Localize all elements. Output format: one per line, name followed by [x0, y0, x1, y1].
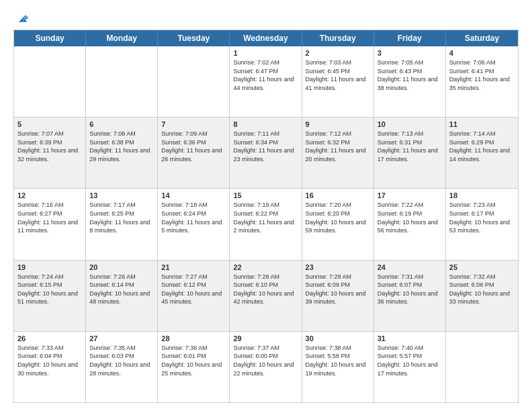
- calendar-body: 1Sunrise: 7:02 AM Sunset: 6:47 PM Daylig…: [14, 46, 518, 402]
- calendar-cell: 16Sunrise: 7:20 AM Sunset: 6:20 PM Dayli…: [302, 189, 374, 259]
- calendar-cell: 11Sunrise: 7:14 AM Sunset: 6:29 PM Dayli…: [446, 118, 518, 188]
- day-info: Sunrise: 7:17 AM Sunset: 6:25 PM Dayligh…: [89, 201, 154, 234]
- day-number: 25: [449, 263, 515, 271]
- calendar-cell: 30Sunrise: 7:38 AM Sunset: 5:58 PM Dayli…: [302, 332, 374, 402]
- day-number: 8: [233, 120, 298, 128]
- day-number: 4: [449, 49, 515, 57]
- calendar-cell: 10Sunrise: 7:13 AM Sunset: 6:31 PM Dayli…: [374, 118, 446, 188]
- day-info: Sunrise: 7:32 AM Sunset: 6:06 PM Dayligh…: [449, 273, 515, 306]
- calendar-cell: 14Sunrise: 7:18 AM Sunset: 6:24 PM Dayli…: [158, 189, 230, 259]
- calendar-cell: 9Sunrise: 7:12 AM Sunset: 6:32 PM Daylig…: [302, 118, 374, 188]
- day-number: 2: [306, 49, 370, 57]
- calendar-cell: 20Sunrise: 7:26 AM Sunset: 6:14 PM Dayli…: [86, 261, 158, 331]
- day-info: Sunrise: 7:26 AM Sunset: 6:14 PM Dayligh…: [89, 273, 154, 306]
- day-info: Sunrise: 7:20 AM Sunset: 6:20 PM Dayligh…: [306, 201, 370, 234]
- day-info: Sunrise: 7:08 AM Sunset: 6:38 PM Dayligh…: [89, 130, 154, 163]
- calendar-row-5: 26Sunrise: 7:33 AM Sunset: 6:04 PM Dayli…: [14, 332, 518, 402]
- day-number: 22: [233, 263, 298, 271]
- calendar-header: SundayMondayTuesdayWednesdayThursdayFrid…: [14, 30, 518, 46]
- day-number: 27: [89, 334, 154, 342]
- day-number: 28: [161, 334, 226, 342]
- day-info: Sunrise: 7:23 AM Sunset: 6:17 PM Dayligh…: [449, 201, 515, 234]
- day-number: 23: [306, 263, 370, 271]
- calendar-row-4: 19Sunrise: 7:24 AM Sunset: 6:15 PM Dayli…: [14, 261, 518, 332]
- calendar-cell: 22Sunrise: 7:28 AM Sunset: 6:10 PM Dayli…: [230, 261, 302, 331]
- day-number: 20: [89, 263, 154, 271]
- day-info: Sunrise: 7:05 AM Sunset: 6:43 PM Dayligh…: [378, 58, 442, 92]
- day-number: 3: [378, 49, 442, 57]
- logo: [13, 11, 30, 23]
- calendar-cell: 25Sunrise: 7:32 AM Sunset: 6:06 PM Dayli…: [446, 261, 518, 331]
- day-info: Sunrise: 7:14 AM Sunset: 6:29 PM Dayligh…: [449, 130, 515, 163]
- day-info: Sunrise: 7:28 AM Sunset: 6:10 PM Dayligh…: [233, 273, 298, 306]
- day-info: Sunrise: 7:02 AM Sunset: 6:47 PM Dayligh…: [233, 58, 298, 92]
- day-info: Sunrise: 7:36 AM Sunset: 6:01 PM Dayligh…: [161, 344, 226, 377]
- calendar-cell: 23Sunrise: 7:29 AM Sunset: 6:09 PM Dayli…: [302, 261, 374, 331]
- day-info: Sunrise: 7:31 AM Sunset: 6:07 PM Dayligh…: [378, 273, 442, 306]
- calendar-row-1: 1Sunrise: 7:02 AM Sunset: 6:47 PM Daylig…: [14, 46, 518, 118]
- day-info: Sunrise: 7:29 AM Sunset: 6:09 PM Dayligh…: [306, 273, 370, 306]
- calendar-cell: 5Sunrise: 7:07 AM Sunset: 6:39 PM Daylig…: [14, 118, 86, 188]
- day-info: Sunrise: 7:33 AM Sunset: 6:04 PM Dayligh…: [17, 344, 82, 377]
- day-number: 6: [89, 120, 154, 128]
- page: SundayMondayTuesdayWednesdayThursdayFrid…: [0, 0, 532, 411]
- header-day-thursday: Thursday: [302, 30, 374, 46]
- calendar-cell: 8Sunrise: 7:11 AM Sunset: 6:34 PM Daylig…: [230, 118, 302, 188]
- day-info: Sunrise: 7:03 AM Sunset: 6:45 PM Dayligh…: [306, 58, 370, 92]
- calendar-cell: 13Sunrise: 7:17 AM Sunset: 6:25 PM Dayli…: [86, 189, 158, 259]
- header-day-friday: Friday: [374, 30, 446, 46]
- calendar-cell: 4Sunrise: 7:06 AM Sunset: 6:41 PM Daylig…: [446, 46, 518, 117]
- day-number: 14: [161, 191, 226, 199]
- day-info: Sunrise: 7:40 AM Sunset: 5:57 PM Dayligh…: [378, 344, 442, 377]
- day-number: 11: [449, 120, 515, 128]
- day-info: Sunrise: 7:07 AM Sunset: 6:39 PM Dayligh…: [17, 130, 82, 163]
- calendar: SundayMondayTuesdayWednesdayThursdayFrid…: [13, 30, 519, 403]
- calendar-cell: 28Sunrise: 7:36 AM Sunset: 6:01 PM Dayli…: [158, 332, 230, 402]
- calendar-cell: 12Sunrise: 7:16 AM Sunset: 6:27 PM Dayli…: [14, 189, 86, 259]
- header-day-saturday: Saturday: [446, 30, 518, 46]
- calendar-cell: 2Sunrise: 7:03 AM Sunset: 6:45 PM Daylig…: [302, 46, 374, 117]
- calendar-cell: [86, 46, 158, 117]
- day-number: 9: [306, 120, 370, 128]
- day-info: Sunrise: 7:38 AM Sunset: 5:58 PM Dayligh…: [306, 344, 370, 377]
- day-number: 17: [378, 191, 442, 199]
- header-day-tuesday: Tuesday: [158, 30, 230, 46]
- day-number: 30: [306, 334, 370, 342]
- day-info: Sunrise: 7:24 AM Sunset: 6:15 PM Dayligh…: [17, 273, 82, 306]
- day-number: 1: [233, 49, 298, 57]
- day-info: Sunrise: 7:22 AM Sunset: 6:19 PM Dayligh…: [378, 201, 442, 234]
- day-number: 7: [161, 120, 226, 128]
- day-number: 21: [161, 263, 226, 271]
- calendar-cell: [14, 46, 86, 117]
- calendar-cell: 15Sunrise: 7:19 AM Sunset: 6:22 PM Dayli…: [230, 189, 302, 259]
- day-info: Sunrise: 7:11 AM Sunset: 6:34 PM Dayligh…: [233, 130, 298, 163]
- calendar-cell: 7Sunrise: 7:09 AM Sunset: 6:36 PM Daylig…: [158, 118, 230, 188]
- day-info: Sunrise: 7:19 AM Sunset: 6:22 PM Dayligh…: [233, 201, 298, 234]
- day-info: Sunrise: 7:09 AM Sunset: 6:36 PM Dayligh…: [161, 130, 226, 163]
- day-info: Sunrise: 7:27 AM Sunset: 6:12 PM Dayligh…: [161, 273, 226, 306]
- calendar-cell: 29Sunrise: 7:37 AM Sunset: 6:00 PM Dayli…: [230, 332, 302, 402]
- day-info: Sunrise: 7:13 AM Sunset: 6:31 PM Dayligh…: [378, 130, 442, 163]
- day-number: 16: [306, 191, 370, 199]
- calendar-cell: 6Sunrise: 7:08 AM Sunset: 6:38 PM Daylig…: [86, 118, 158, 188]
- day-number: 18: [449, 191, 515, 199]
- calendar-row-2: 5Sunrise: 7:07 AM Sunset: 6:39 PM Daylig…: [14, 118, 518, 189]
- header-day-sunday: Sunday: [14, 30, 86, 46]
- calendar-cell: 3Sunrise: 7:05 AM Sunset: 6:43 PM Daylig…: [374, 46, 446, 117]
- calendar-cell: 26Sunrise: 7:33 AM Sunset: 6:04 PM Dayli…: [14, 332, 86, 402]
- day-info: Sunrise: 7:37 AM Sunset: 6:00 PM Dayligh…: [233, 344, 298, 377]
- day-number: 10: [378, 120, 442, 128]
- header-day-monday: Monday: [86, 30, 158, 46]
- day-info: Sunrise: 7:18 AM Sunset: 6:24 PM Dayligh…: [161, 201, 226, 234]
- day-number: 5: [17, 120, 82, 128]
- calendar-cell: 1Sunrise: 7:02 AM Sunset: 6:47 PM Daylig…: [230, 46, 302, 117]
- calendar-cell: 27Sunrise: 7:35 AM Sunset: 6:03 PM Dayli…: [86, 332, 158, 402]
- day-number: 24: [378, 263, 442, 271]
- day-number: 31: [378, 334, 442, 342]
- calendar-cell: 17Sunrise: 7:22 AM Sunset: 6:19 PM Dayli…: [374, 189, 446, 259]
- logo-bird-icon: [15, 11, 30, 26]
- calendar-cell: 21Sunrise: 7:27 AM Sunset: 6:12 PM Dayli…: [158, 261, 230, 331]
- day-info: Sunrise: 7:16 AM Sunset: 6:27 PM Dayligh…: [17, 201, 82, 234]
- calendar-cell: 31Sunrise: 7:40 AM Sunset: 5:57 PM Dayli…: [374, 332, 446, 402]
- day-info: Sunrise: 7:35 AM Sunset: 6:03 PM Dayligh…: [89, 344, 154, 377]
